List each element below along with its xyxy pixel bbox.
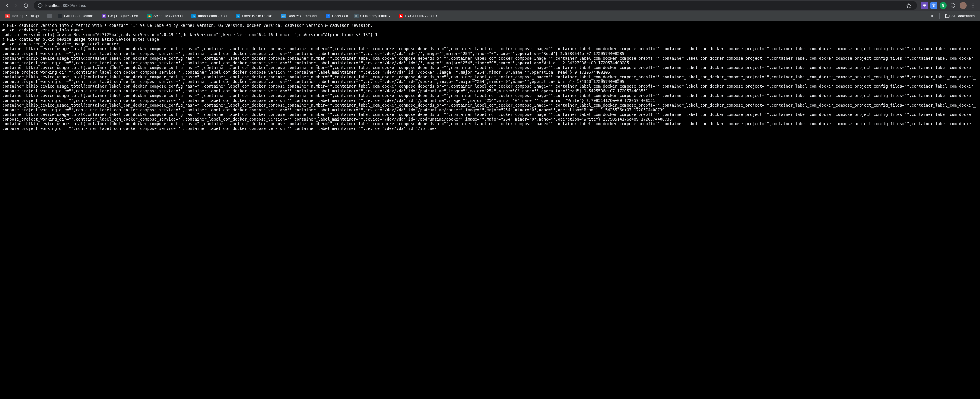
extension-translate-icon[interactable]: 文 bbox=[931, 2, 937, 9]
bookmark-label: GitHub - alisolank... bbox=[64, 14, 96, 18]
bookmark-item[interactable]: 🔥Scientific Computi... bbox=[145, 13, 188, 19]
bookmark-item[interactable]: KLabs: Basic Docke... bbox=[233, 13, 278, 19]
bookmark-label: Docker Command... bbox=[288, 14, 320, 18]
bookmark-item[interactable]: fFacebook bbox=[323, 13, 351, 19]
bookmark-label: Labs: Basic Docke... bbox=[242, 14, 275, 18]
site-info-icon[interactable] bbox=[38, 3, 43, 8]
bookmark-item[interactable]: ▶EXCELLING OUTR... bbox=[396, 13, 442, 19]
back-button[interactable] bbox=[3, 2, 11, 10]
bookmark-favicon: 🔥 bbox=[147, 14, 152, 18]
svg-point-5 bbox=[973, 5, 974, 6]
bookmark-item[interactable]: ▶Home | Pluralsight bbox=[3, 13, 44, 19]
bookmark-star-icon[interactable] bbox=[905, 2, 913, 10]
bookmark-favicon bbox=[58, 14, 62, 18]
chevron-right-double-icon bbox=[929, 14, 934, 18]
bookmark-item[interactable] bbox=[45, 13, 54, 19]
url-host: localhost bbox=[46, 3, 62, 8]
bookmark-item[interactable]: KIntroduction - Kod... bbox=[189, 13, 232, 19]
bookmark-item[interactable]: GGo | Progate - Lea... bbox=[99, 13, 143, 19]
address-bar[interactable]: localhost:8080/metrics bbox=[34, 1, 917, 10]
url-text: localhost:8080/metrics bbox=[46, 3, 902, 8]
bookmark-favicon: O bbox=[354, 14, 359, 18]
bookmark-favicon bbox=[47, 14, 52, 18]
all-bookmarks-label: All Bookmarks bbox=[951, 14, 975, 18]
extension-icon[interactable]: ✳ bbox=[921, 2, 928, 9]
bookmark-label: EXCELLING OUTR... bbox=[405, 14, 440, 18]
bookmark-favicon: K bbox=[191, 14, 196, 18]
metrics-output: # HELP cadvisor_version_info A metric wi… bbox=[0, 21, 980, 133]
bookmark-item[interactable]: 🐳Docker Command... bbox=[279, 13, 322, 19]
bookmark-favicon: 🐳 bbox=[281, 14, 286, 18]
bookmark-label: Outreachy Initial A... bbox=[361, 14, 393, 18]
extensions-button[interactable] bbox=[949, 2, 957, 10]
bookmark-favicon: ▶ bbox=[5, 14, 10, 18]
bookmark-favicon: f bbox=[326, 14, 331, 18]
bookmarks-bar: ▶Home | PluralsightGitHub - alisolank...… bbox=[0, 11, 980, 21]
url-port-path: :8080/metrics bbox=[62, 3, 86, 8]
reload-icon bbox=[23, 3, 28, 8]
forward-button[interactable] bbox=[12, 2, 21, 10]
svg-point-6 bbox=[973, 7, 974, 8]
bookmark-label: Facebook bbox=[332, 14, 348, 18]
menu-button[interactable] bbox=[969, 2, 977, 10]
svg-marker-3 bbox=[907, 3, 911, 8]
bookmark-label: Home | Pluralsight bbox=[12, 14, 41, 18]
folder-icon bbox=[945, 14, 950, 18]
bookmarks-overflow[interactable] bbox=[927, 13, 937, 19]
bookmark-favicon: K bbox=[235, 14, 240, 18]
bookmark-label: Scientific Computi... bbox=[153, 14, 186, 18]
bookmark-label: Go | Progate - Lea... bbox=[108, 14, 141, 18]
reload-button[interactable] bbox=[22, 2, 30, 10]
profile-avatar[interactable] bbox=[959, 2, 967, 9]
all-bookmarks-button[interactable]: All Bookmarks bbox=[943, 13, 977, 19]
arrow-left-icon bbox=[5, 3, 10, 8]
extension-grammarly-icon[interactable]: G bbox=[940, 2, 947, 9]
bookmark-favicon: G bbox=[102, 14, 107, 18]
bookmark-label: Introduction - Kod... bbox=[198, 14, 229, 18]
svg-point-4 bbox=[973, 3, 974, 4]
kebab-icon bbox=[970, 3, 975, 8]
divider bbox=[939, 13, 940, 19]
bookmark-favicon: ▶ bbox=[399, 14, 403, 18]
bookmark-item[interactable]: GitHub - alisolank... bbox=[56, 13, 98, 19]
bookmark-item[interactable]: OOutreachy Initial A... bbox=[352, 13, 396, 19]
arrow-right-icon bbox=[14, 3, 19, 8]
browser-toolbar: localhost:8080/metrics ✳ 文 G bbox=[0, 0, 980, 11]
